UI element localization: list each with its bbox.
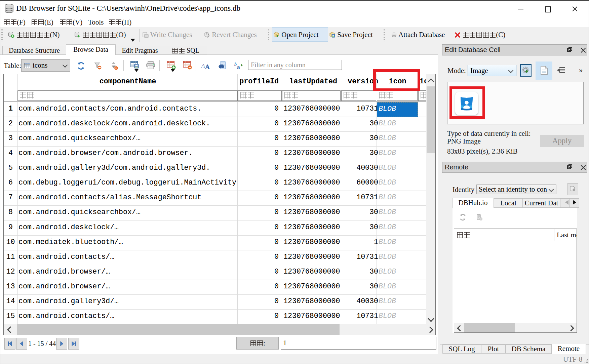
svg-text:a: a xyxy=(237,64,240,70)
svg-text:A: A xyxy=(205,63,210,70)
svg-text:A: A xyxy=(201,63,205,69)
svg-text:b: b xyxy=(234,62,237,67)
